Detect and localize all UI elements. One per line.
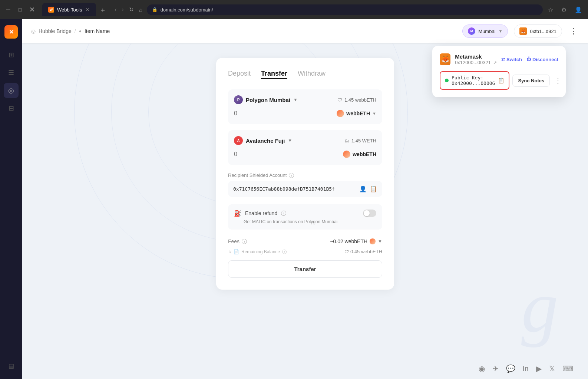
popup-wallet-info: Metamask 0x12000...00321 ↗ bbox=[455, 53, 497, 65]
sidebar-item-grid[interactable]: ⊞ bbox=[4, 47, 19, 62]
tab-deposit[interactable]: Deposit bbox=[228, 70, 251, 79]
sidebar-item-list[interactable]: ☰ bbox=[4, 65, 19, 80]
webb-eth-icon-to bbox=[343, 151, 350, 158]
public-key-row: Public Key: 0x42000...00006 📋 Sync Notes… bbox=[440, 71, 558, 90]
bookmark-btn[interactable]: ☆ bbox=[545, 5, 556, 15]
balance-shield-icon: 🛡 bbox=[337, 97, 342, 103]
layout-icon: ⊟ bbox=[9, 104, 14, 112]
network-chevron-icon: ▼ bbox=[499, 29, 503, 33]
wallet-address: 0xfb1...d921 bbox=[530, 29, 556, 34]
to-chain-selector[interactable]: A Avalanche Fuji ▼ bbox=[234, 136, 292, 145]
to-balance-icon: 🗂 bbox=[344, 138, 349, 144]
transfer-card: Deposit Transfer Withdraw P Polygon Mumb… bbox=[216, 58, 394, 290]
wallet-fox-icon: 🦊 bbox=[519, 27, 527, 35]
from-balance: 🛡 1.45 webbETH bbox=[337, 97, 376, 103]
fees-label: Fees bbox=[228, 238, 240, 244]
win-minimize[interactable]: ─ bbox=[3, 4, 13, 15]
social-globe-icon[interactable]: ◉ bbox=[479, 364, 485, 373]
app-logo[interactable]: ✕ bbox=[4, 25, 18, 39]
recipient-copy-btn[interactable]: 📋 bbox=[370, 185, 377, 192]
breadcrumb-current: Item Name bbox=[85, 28, 110, 34]
win-close[interactable]: ✕ bbox=[27, 4, 37, 15]
from-amount-input[interactable] bbox=[234, 109, 337, 118]
tab-withdraw[interactable]: Withdraw bbox=[298, 70, 326, 79]
recipient-label-row: Recipient Shielded Account i bbox=[228, 172, 382, 178]
address-bar[interactable]: 🔒 domain.com/subdomain/ bbox=[147, 4, 543, 15]
profile-btn[interactable]: 👤 bbox=[572, 5, 585, 15]
sidebar-item-layout[interactable]: ⊟ bbox=[4, 101, 19, 116]
network-badge[interactable]: M Mumbai ▼ bbox=[462, 24, 508, 38]
to-chain-name: Avalanche Fuji bbox=[246, 138, 285, 144]
transfer-button[interactable]: Transfer bbox=[228, 260, 382, 278]
back-btn[interactable]: ‹ bbox=[112, 5, 119, 14]
fees-expand-btn[interactable]: ▼ bbox=[378, 239, 382, 244]
tab-row: Deposit Transfer Withdraw bbox=[228, 70, 382, 79]
recipient-label: Recipient Shielded Account bbox=[228, 172, 287, 178]
social-telegram-icon[interactable]: ✈ bbox=[492, 364, 499, 373]
tab-transfer[interactable]: Transfer bbox=[261, 70, 287, 79]
from-chain-name: Polygon Mumbai bbox=[246, 97, 290, 103]
wallet-badge[interactable]: 🦊 0xfb1...d921 bbox=[514, 24, 562, 38]
avalanche-icon: A bbox=[234, 136, 243, 145]
popup-more-btn[interactable]: ⋮ bbox=[553, 75, 563, 86]
popup-header: 🦊 Metamask 0x12000...00321 ↗ ⇄ Switch bbox=[440, 53, 558, 65]
to-chain-chevron: ▼ bbox=[288, 138, 292, 143]
remaining-label-row: ↳ 📄 Remaining Balance i bbox=[228, 249, 287, 254]
home-btn[interactable]: ⌂ bbox=[137, 5, 145, 14]
remaining-row: ↳ 📄 Remaining Balance i 🛡 0.45 webbETH bbox=[228, 247, 382, 260]
network-label: Mumbai bbox=[478, 29, 495, 34]
public-key-text: Public Key: 0x42000...00006 bbox=[452, 75, 495, 86]
fees-value: ~0.02 webbETH bbox=[330, 238, 367, 244]
to-amount-input[interactable] bbox=[234, 149, 343, 159]
switch-btn[interactable]: ⇄ Switch bbox=[501, 57, 522, 62]
popup-address-link-icon[interactable]: ↗ bbox=[493, 60, 497, 65]
disconnect-icon: ⏻ bbox=[526, 57, 531, 62]
refund-description: Get MATIC on transactions on Polygon Mum… bbox=[234, 219, 376, 224]
browser-tabs: W Webb Tools ✕ + bbox=[42, 3, 109, 16]
win-maximize[interactable]: □ bbox=[15, 4, 25, 15]
pk-status-dot bbox=[445, 79, 449, 82]
social-linkedin-icon[interactable]: in bbox=[523, 365, 529, 373]
social-youtube-icon[interactable]: ▶ bbox=[536, 364, 542, 373]
tab-close-btn[interactable]: ✕ bbox=[85, 7, 90, 12]
public-key-box: Public Key: 0x42000...00006 📋 bbox=[440, 71, 509, 90]
sync-notes-btn[interactable]: Sync Notes bbox=[512, 75, 550, 87]
refund-toggle[interactable] bbox=[363, 210, 376, 217]
breadcrumb-icon: ◎ bbox=[31, 28, 36, 34]
recipient-info-icon[interactable]: i bbox=[289, 173, 294, 178]
recipient-input[interactable] bbox=[233, 186, 359, 192]
metamask-fox-icon: 🦊 bbox=[440, 53, 450, 65]
remaining-info-icon[interactable]: i bbox=[282, 250, 287, 254]
sidebar-bottom-icon[interactable]: ▤ bbox=[4, 358, 19, 373]
reload-btn[interactable]: ↻ bbox=[127, 5, 136, 14]
sidebar-item-target[interactable]: ◎ bbox=[4, 83, 19, 98]
forward-btn[interactable]: › bbox=[119, 5, 126, 14]
from-chain-selector[interactable]: P Polygon Mumbai ▼ bbox=[234, 95, 298, 104]
sidebar: ✕ ⊞ ☰ ◎ ⊟ ▤ bbox=[0, 19, 22, 379]
from-chain-section: P Polygon Mumbai ▼ 🛡 1.45 webbETH bbox=[228, 89, 382, 124]
breadcrumb-parent[interactable]: Hubble Bridge bbox=[39, 28, 72, 34]
social-twitter-icon[interactable]: 𝕏 bbox=[549, 364, 555, 373]
more-options-btn[interactable]: ⋮ bbox=[568, 25, 579, 37]
remaining-copy-icon: 📄 bbox=[234, 249, 239, 254]
social-discord-icon[interactable]: 💬 bbox=[506, 364, 515, 373]
toggle-knob bbox=[364, 210, 370, 216]
list-icon: ☰ bbox=[8, 69, 14, 77]
extensions-btn[interactable]: ⚙ bbox=[558, 5, 569, 15]
nav-controls: ‹ › ↻ ⌂ bbox=[112, 5, 145, 14]
refund-fuel-icon: ⛽ bbox=[234, 210, 241, 217]
page-content: Deposit Transfer Withdraw P Polygon Mumb… bbox=[22, 43, 588, 358]
fees-info-icon[interactable]: i bbox=[242, 239, 247, 244]
from-token-selector[interactable]: webbETH ▼ bbox=[337, 110, 376, 117]
fees-row: Fees i ~0.02 webbETH ▼ bbox=[228, 235, 382, 247]
fees-label-row: Fees i bbox=[228, 238, 247, 244]
recipient-account-btn[interactable]: 👤 bbox=[359, 185, 367, 192]
social-github-icon[interactable]: ⌨ bbox=[562, 364, 573, 373]
active-tab[interactable]: W Webb Tools ✕ bbox=[42, 3, 96, 16]
switch-icon: ⇄ bbox=[501, 57, 505, 62]
disconnect-btn[interactable]: ⏻ Disconnect bbox=[526, 57, 558, 62]
refund-info-icon[interactable]: i bbox=[281, 211, 286, 216]
public-key-copy-btn[interactable]: 📋 bbox=[498, 78, 504, 83]
new-tab-btn[interactable]: + bbox=[97, 5, 109, 16]
network-icon: M bbox=[468, 27, 475, 35]
